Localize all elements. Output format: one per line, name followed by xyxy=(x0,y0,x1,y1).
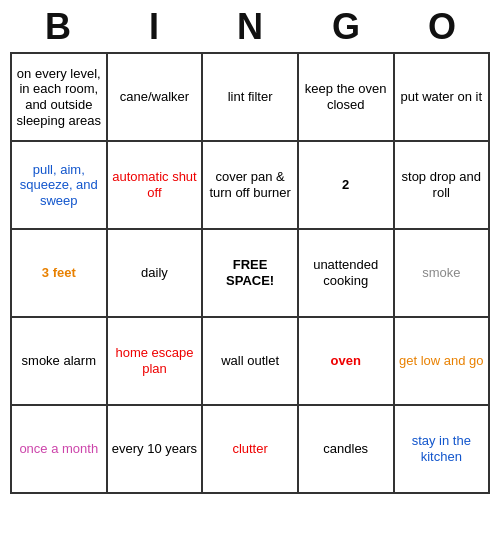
table-row: clutter xyxy=(202,405,298,493)
letter-n: N xyxy=(206,6,294,48)
table-row: home escape plan xyxy=(107,317,203,405)
table-row: put water on it xyxy=(394,53,489,141)
letter-g: G xyxy=(302,6,390,48)
table-row: daily xyxy=(107,229,203,317)
table-row: 2 xyxy=(298,141,394,229)
table-row: oven xyxy=(298,317,394,405)
table-row: every 10 years xyxy=(107,405,203,493)
table-row: FREE SPACE! xyxy=(202,229,298,317)
table-row: lint filter xyxy=(202,53,298,141)
table-row: automatic shut off xyxy=(107,141,203,229)
table-row: 3 feet xyxy=(11,229,107,317)
letter-o: O xyxy=(398,6,486,48)
table-row: on every level, in each room, and outsid… xyxy=(11,53,107,141)
letter-i: I xyxy=(110,6,198,48)
table-row: cane/walker xyxy=(107,53,203,141)
table-row: wall outlet xyxy=(202,317,298,405)
table-row: unattended cooking xyxy=(298,229,394,317)
table-row: keep the oven closed xyxy=(298,53,394,141)
table-row: once a month xyxy=(11,405,107,493)
table-row: pull, aim, squeeze, and sweep xyxy=(11,141,107,229)
bingo-grid: on every level, in each room, and outsid… xyxy=(10,52,490,494)
letter-b: B xyxy=(14,6,102,48)
table-row: smoke xyxy=(394,229,489,317)
table-row: cover pan & turn off burner xyxy=(202,141,298,229)
bingo-title: B I N G O xyxy=(10,0,490,52)
table-row: stop drop and roll xyxy=(394,141,489,229)
table-row: smoke alarm xyxy=(11,317,107,405)
table-row: stay in the kitchen xyxy=(394,405,489,493)
table-row: candles xyxy=(298,405,394,493)
table-row: get low and go xyxy=(394,317,489,405)
